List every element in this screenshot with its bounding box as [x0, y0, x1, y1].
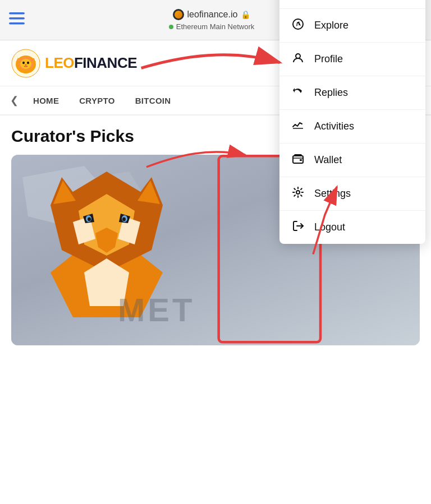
nav-item-bitcoin[interactable]: BITCOIN	[125, 88, 181, 113]
logout-icon	[291, 220, 305, 235]
replies-icon	[291, 85, 305, 100]
svg-point-54	[296, 191, 300, 194]
logo-lion-icon	[11, 49, 40, 78]
svg-rect-2	[9, 22, 25, 25]
svg-point-9	[25, 64, 27, 66]
dropdown-item-activities[interactable]: Activities	[279, 110, 425, 144]
svg-point-49	[297, 24, 299, 25]
svg-rect-0	[9, 12, 25, 15]
dropdown-item-replies[interactable]: Replies	[279, 76, 425, 110]
activities-label: Activities	[314, 121, 354, 132]
url-text: leofinance.io	[187, 10, 238, 20]
dropdown-menu: Feeds Explore Profile	[279, 0, 425, 244]
dropdown-item-feeds[interactable]: Feeds	[279, 0, 425, 9]
logo-finance: FINANCE	[74, 54, 137, 72]
profile-icon	[291, 52, 305, 67]
replies-label: Replies	[314, 87, 348, 99]
explore-icon	[291, 18, 305, 33]
browser-bar-center: leofinance.io 🔒 Ethereum Main Network	[169, 9, 254, 31]
svg-point-41	[88, 218, 91, 221]
wallet-icon	[291, 152, 305, 168]
svg-rect-1	[9, 17, 25, 20]
metamask-text: MET	[118, 291, 195, 329]
wallet-label: Wallet	[314, 154, 342, 166]
browser-url: leofinance.io 🔒	[173, 9, 251, 20]
dropdown-item-profile[interactable]: Profile	[279, 43, 425, 76]
network-indicator: Ethereum Main Network	[169, 22, 254, 31]
settings-label: Settings	[314, 188, 351, 200]
nav-prev-arrow[interactable]: ❮	[6, 94, 23, 107]
activities-icon	[291, 119, 305, 134]
svg-point-7	[22, 61, 25, 63]
dropdown-item-explore[interactable]: Explore	[279, 9, 425, 43]
explore-label: Explore	[314, 20, 349, 31]
svg-point-42	[122, 218, 126, 221]
network-text: Ethereum Main Network	[176, 22, 254, 31]
svg-rect-53	[300, 159, 302, 161]
hamburger-icon[interactable]	[9, 12, 25, 28]
logo-area[interactable]: LEO FINANCE	[11, 49, 137, 78]
dropdown-item-logout[interactable]: Logout	[279, 211, 425, 244]
logo-leo: LEO	[45, 54, 74, 72]
logout-label: Logout	[314, 221, 345, 233]
svg-point-6	[20, 59, 31, 69]
dropdown-item-wallet[interactable]: Wallet	[279, 144, 425, 177]
main-content: Curator's Picks	[0, 115, 431, 345]
network-dot	[169, 25, 173, 29]
profile-label: Profile	[314, 53, 343, 65]
svg-point-50	[296, 54, 300, 58]
logo-text: LEO FINANCE	[45, 54, 137, 72]
nav-item-home[interactable]: HOME	[23, 88, 69, 113]
lock-icon: 🔒	[241, 10, 250, 19]
nav-item-crypto[interactable]: CRYPTO	[69, 88, 125, 113]
svg-point-8	[27, 61, 29, 63]
settings-icon	[291, 186, 305, 201]
site-favicon	[173, 9, 184, 20]
dropdown-item-settings[interactable]: Settings	[279, 177, 425, 211]
